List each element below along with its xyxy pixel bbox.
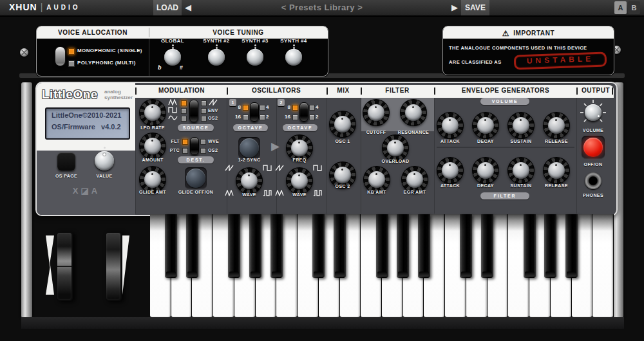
next-preset-icon[interactable]: ▶	[451, 3, 458, 13]
tagline-line1: analog	[104, 89, 133, 95]
mix-osc2-label: OSC 2	[327, 184, 359, 189]
osc1-octave8-led	[243, 105, 249, 111]
source-saw-led	[201, 100, 207, 106]
eg-row-divider	[437, 147, 574, 148]
lfo-rate-knob[interactable]	[140, 100, 166, 125]
eg-vol-decay-knob[interactable]	[473, 113, 498, 138]
osc2-freq-knob[interactable]	[287, 135, 312, 161]
filter-kbamt-knob[interactable]	[364, 167, 390, 192]
filter-overload-label: OVERLOAD	[373, 159, 418, 163]
synth2-tune-knob[interactable]	[208, 49, 225, 66]
black-key[interactable]	[524, 214, 536, 278]
eg-flt-release-knob[interactable]	[544, 158, 569, 183]
eg-flt-attack-knob[interactable]	[437, 158, 463, 183]
screw-icon	[20, 48, 28, 57]
header-divider	[135, 88, 137, 95]
black-key[interactable]	[418, 214, 430, 278]
voice-allocation-toggle[interactable]	[55, 46, 66, 66]
power-button[interactable]	[582, 136, 605, 159]
osc1-octave-4: 4	[266, 104, 269, 110]
black-key[interactable]	[544, 214, 556, 278]
mod-source-toggle[interactable]	[189, 100, 198, 122]
output-volume-knob[interactable]	[585, 104, 601, 121]
tagline-line2: synthesizer	[104, 95, 133, 100]
voice-tuning-title: VOICE TUNING	[149, 29, 328, 36]
slot-a-button[interactable]: A	[614, 1, 627, 14]
mix-osc1-knob[interactable]	[330, 111, 355, 137]
black-key[interactable]	[397, 214, 409, 278]
black-key[interactable]	[249, 214, 261, 278]
osc-sync-button[interactable]	[238, 137, 260, 159]
filter-overload-knob[interactable]	[383, 135, 408, 161]
prev-preset-icon[interactable]: ◀	[185, 3, 191, 13]
osc2-freq-label: FREQ	[280, 158, 319, 162]
output-volume-indicator	[598, 115, 600, 117]
header-divider	[227, 88, 228, 95]
osc1-octave-toggle[interactable]	[250, 102, 259, 122]
eg-flt-sustain-label: SUSTAIN	[502, 183, 540, 188]
keyboard[interactable]	[150, 214, 614, 317]
eg-flt-release-label: RELEASE	[537, 183, 576, 188]
dest-os2-label: OS2	[208, 148, 225, 152]
black-key[interactable]	[376, 214, 388, 278]
eg-vol-decay-label: DECAY	[466, 139, 505, 143]
global-tune-knob[interactable]	[164, 49, 181, 66]
product-logo: LittleOne	[42, 88, 98, 102]
glide-onoff-button[interactable]	[185, 167, 207, 189]
pitch-wheel[interactable]	[56, 232, 73, 301]
preset-display[interactable]: < Presets Library >	[225, 3, 419, 12]
osc2-octave-2: 2	[316, 114, 318, 120]
black-key[interactable]	[228, 214, 240, 278]
eg-vol-release-knob[interactable]	[544, 113, 569, 138]
black-key[interactable]	[186, 214, 198, 278]
black-key[interactable]	[312, 214, 325, 278]
synth4-tune-label: SYNTH #4	[274, 38, 313, 44]
black-key[interactable]	[165, 214, 177, 278]
brand-divider: |	[37, 2, 47, 12]
important-line1: THE ANALOGUE COMPONENTS USED IN THIS DEV…	[449, 45, 587, 51]
black-key[interactable]	[481, 214, 493, 278]
save-button[interactable]: SAVE	[461, 0, 489, 15]
white-key[interactable]	[592, 214, 613, 317]
knob-marker-icon	[293, 44, 295, 46]
filter-resonance-knob[interactable]	[401, 100, 426, 125]
section-title-mix: MIX	[328, 87, 358, 94]
osc2-wave-knob[interactable]	[287, 168, 312, 194]
source-os2-led	[201, 116, 207, 122]
black-key[interactable]	[460, 214, 472, 278]
mod-dest-toggle[interactable]	[190, 137, 199, 155]
slot-b-button[interactable]: B	[628, 1, 640, 14]
phones-jack[interactable]	[585, 172, 601, 189]
eg-vol-attack-knob[interactable]	[437, 113, 463, 138]
source-lfo-sin-led	[181, 116, 187, 122]
glide-amount-knob[interactable]	[140, 167, 166, 192]
black-key[interactable]	[565, 214, 578, 278]
black-key[interactable]	[270, 214, 283, 278]
osc-split-divider	[276, 98, 277, 214]
sine-wave-icon	[168, 115, 178, 121]
synth4-tune-knob[interactable]	[285, 49, 302, 66]
os-page-button[interactable]	[57, 152, 75, 170]
osc1-wave-knob[interactable]	[236, 168, 262, 194]
osc1-octave-16: 16	[229, 114, 241, 120]
synth3-tune-knob[interactable]	[247, 49, 263, 66]
output-volume-label: VOLUME	[574, 128, 612, 133]
section-divider	[434, 98, 435, 214]
filter-egramt-knob[interactable]	[402, 167, 428, 192]
osc1-octave-2: 2	[266, 114, 269, 120]
eg-flt-decay-knob[interactable]	[473, 158, 498, 183]
mod-amount-knob[interactable]	[140, 133, 166, 159]
osc2-octave2-led	[309, 115, 315, 120]
filter-cutoff-knob[interactable]	[363, 100, 389, 125]
osc2-octave-toggle[interactable]	[299, 102, 308, 122]
eg-flt-sustain-knob[interactable]	[508, 158, 534, 183]
eg-vol-sustain-knob[interactable]	[508, 113, 534, 138]
black-key[interactable]	[334, 214, 346, 278]
load-button[interactable]: LOAD	[153, 0, 182, 15]
dest-wve-label: WVE	[208, 139, 225, 143]
eg-vol-sustain-label: SUSTAIN	[502, 139, 540, 143]
value-knob-tick	[104, 147, 106, 149]
filter-resonance-label: RESONANCE	[392, 130, 435, 134]
mod-wheel[interactable]	[105, 232, 122, 301]
osc-sync-label: 1-2 SYNC	[226, 158, 272, 162]
